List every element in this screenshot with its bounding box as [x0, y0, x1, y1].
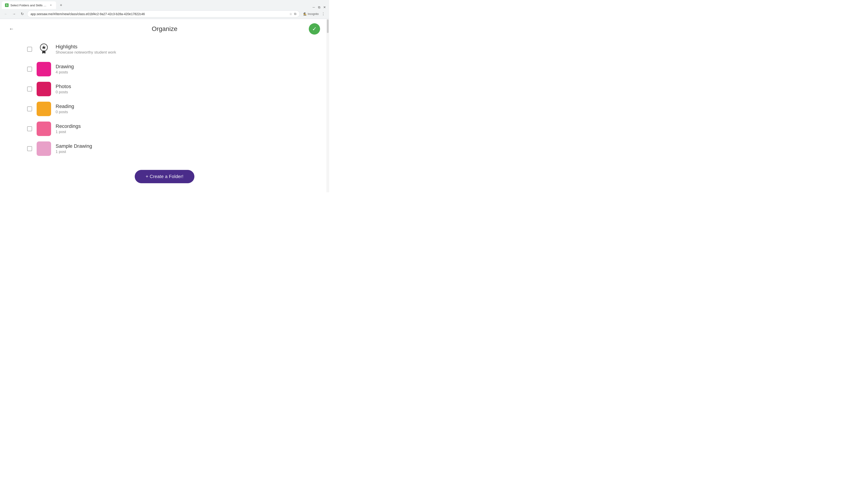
list-item[interactable]: Sample Drawing 1 post	[27, 139, 302, 159]
new-tab-button[interactable]: +	[58, 2, 64, 8]
sample-drawing-info: Sample Drawing 1 post	[56, 143, 92, 154]
svg-marker-1	[42, 45, 46, 49]
list-item[interactable]: Recordings 1 post	[27, 119, 302, 139]
page-title: Organize	[152, 25, 178, 33]
scrollbar[interactable]	[327, 19, 329, 192]
sample-drawing-name: Sample Drawing	[56, 143, 92, 149]
active-tab[interactable]: S Select Folders and Skills - Sees... ×	[2, 1, 56, 9]
incognito-icon: 🕵	[303, 12, 307, 15]
tab-close-button[interactable]: ×	[49, 3, 53, 7]
recordings-checkbox[interactable]	[27, 126, 32, 131]
photos-count: 0 posts	[56, 90, 71, 94]
list-item[interactable]: Highlights Showcase noteworthy student w…	[27, 39, 302, 59]
browser-menu-area: 🕵 Incognito ⋮	[303, 11, 327, 17]
recordings-info: Recordings 1 post	[56, 123, 81, 134]
reading-count: 0 posts	[56, 110, 74, 114]
drawing-name: Drawing	[56, 64, 74, 70]
sample-drawing-folder-icon	[37, 141, 51, 156]
svg-marker-3	[42, 52, 46, 54]
back-arrow-icon: ←	[9, 26, 14, 32]
sample-drawing-count: 1 post	[56, 150, 92, 154]
create-folder-area: + Create a Folder!	[0, 163, 329, 192]
recordings-name: Recordings	[56, 123, 81, 129]
reload-icon: ↻	[21, 12, 24, 16]
highlights-checkbox[interactable]	[27, 47, 32, 52]
reload-button[interactable]: ↻	[19, 11, 25, 17]
address-bar[interactable]: app.seesaw.me/#/item/new/class/class.e01…	[27, 10, 300, 18]
list-item[interactable]: Photos 0 posts	[27, 79, 302, 99]
back-icon: ←	[4, 12, 8, 16]
highlights-description: Showcase noteworthy student work	[56, 50, 116, 55]
reading-folder-icon	[37, 102, 51, 116]
browser-menu-button[interactable]: ⋮	[320, 11, 327, 17]
reading-name: Reading	[56, 103, 74, 109]
photos-checkbox[interactable]	[27, 87, 32, 92]
address-icons: ☆ ⧉	[289, 12, 296, 16]
forward-icon: →	[12, 12, 16, 16]
photos-name: Photos	[56, 84, 71, 90]
incognito-button[interactable]: 🕵 Incognito	[303, 12, 319, 15]
list-item[interactable]: Reading 0 posts	[27, 99, 302, 119]
reading-checkbox[interactable]	[27, 106, 32, 111]
highlights-svg-icon	[37, 42, 51, 56]
tab-title: Select Folders and Skills - Sees...	[10, 4, 47, 7]
confirm-button[interactable]: ✓	[309, 23, 320, 35]
highlights-icon	[37, 42, 51, 57]
back-button[interactable]: ←	[9, 26, 14, 32]
drawing-checkbox[interactable]	[27, 67, 32, 72]
folder-list: Highlights Showcase noteworthy student w…	[0, 37, 329, 163]
page-content: ← Organize ✓ Highlights Showcase notewo	[0, 19, 329, 192]
checkmark-icon: ✓	[312, 26, 317, 32]
minimize-button[interactable]: ─	[312, 5, 315, 9]
recordings-folder-icon	[37, 122, 51, 136]
sample-drawing-checkbox[interactable]	[27, 146, 32, 151]
recordings-count: 1 post	[56, 130, 81, 134]
tab-favicon: S	[5, 3, 8, 7]
drawing-count: 4 posts	[56, 70, 74, 74]
extensions-button[interactable]: ⧉	[294, 12, 296, 16]
photos-info: Photos 0 posts	[56, 84, 71, 94]
drawing-info: Drawing 4 posts	[56, 64, 74, 74]
highlights-info: Highlights Showcase noteworthy student w…	[56, 44, 116, 55]
photos-folder-icon	[37, 82, 51, 96]
address-text: app.seesaw.me/#/item/new/class/class.e01…	[31, 12, 287, 16]
maximize-button[interactable]: ⧉	[317, 5, 321, 9]
highlights-name: Highlights	[56, 44, 116, 50]
incognito-label: Incognito	[308, 12, 319, 15]
tabs-bar: S Select Folders and Skills - Sees... × …	[0, 0, 329, 9]
address-bar-row: ← → ↻ app.seesaw.me/#/item/new/class/cla…	[0, 9, 329, 19]
reading-info: Reading 0 posts	[56, 103, 74, 114]
browser-chrome: S Select Folders and Skills - Sees... × …	[0, 0, 329, 19]
list-item[interactable]: Drawing 4 posts	[27, 59, 302, 79]
create-folder-button[interactable]: + Create a Folder!	[135, 170, 194, 183]
drawing-folder-icon	[37, 62, 51, 76]
back-nav-button[interactable]: ←	[3, 11, 9, 17]
close-window-button[interactable]: ✕	[323, 5, 327, 9]
svg-rect-2	[42, 51, 45, 52]
page-header: ← Organize ✓	[0, 19, 329, 37]
forward-nav-button[interactable]: →	[11, 11, 17, 17]
bookmark-button[interactable]: ☆	[289, 12, 292, 16]
